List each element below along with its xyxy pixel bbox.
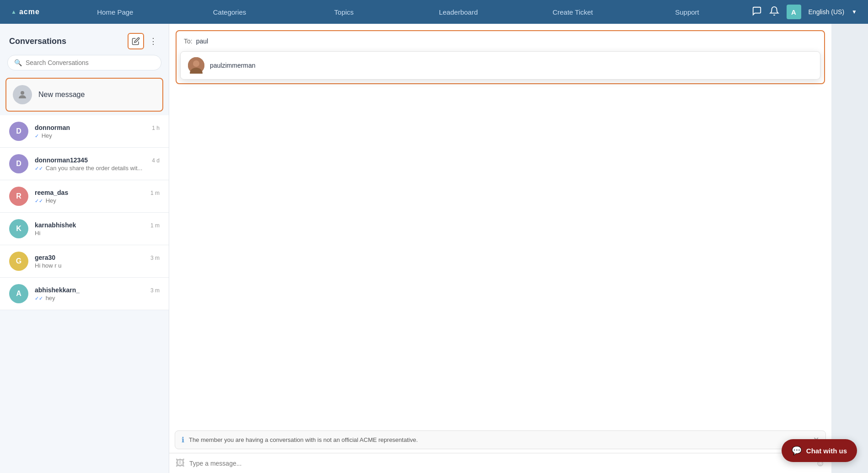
- conv-time: 3 m: [150, 255, 160, 261]
- chat-panel: To: paulzimmerman: [169, 24, 831, 473]
- conv-content: karnabhishek 1 m Hi: [35, 221, 160, 236]
- nav-links: Home Page Categories Topics Leaderboard …: [65, 8, 737, 16]
- conv-time: 1 h: [152, 125, 160, 131]
- conv-content: reema_das 1 m ✓✓ Hey: [35, 189, 160, 204]
- conv-name: gera30: [35, 254, 55, 261]
- list-item[interactable]: D donnorman 1 h ✓ Hey: [0, 115, 169, 148]
- sidebar-header: Conversations ⋮: [0, 24, 169, 55]
- warning-text: The member you are having a conversation…: [189, 436, 809, 443]
- message-input[interactable]: [189, 460, 811, 467]
- nav-categories[interactable]: Categories: [180, 8, 279, 16]
- language-selector[interactable]: English (US): [809, 8, 845, 16]
- new-message-item[interactable]: New message: [5, 78, 163, 112]
- to-label: To:: [184, 38, 193, 45]
- warning-bar: ℹ The member you are having a conversati…: [175, 430, 826, 449]
- recipient-dropdown: paulzimmerman: [180, 51, 820, 80]
- sidebar-title: Conversations: [9, 37, 66, 46]
- dropdown-user-name: paulzimmerman: [210, 62, 256, 69]
- conv-name: abhishekkarn_: [35, 286, 80, 294]
- to-field-container: To: paulzimmerman: [176, 30, 825, 84]
- conv-name: donnorman12345: [35, 156, 88, 164]
- check-icon: ✓✓: [35, 296, 43, 301]
- logo[interactable]: ▲ acme: [11, 8, 40, 16]
- avatar: D: [9, 122, 28, 141]
- conv-time: 3 m: [150, 287, 160, 294]
- chat-area: [169, 84, 831, 427]
- avatar: A: [9, 284, 28, 303]
- search-icon: 🔍: [14, 59, 22, 66]
- conv-time: 1 m: [150, 222, 160, 229]
- check-icon: ✓: [35, 133, 39, 139]
- conv-preview: ✓✓ hey: [35, 295, 160, 301]
- conv-time: 1 m: [150, 190, 160, 196]
- more-options-button[interactable]: ⋮: [147, 35, 160, 48]
- logo-text: acme: [19, 8, 40, 16]
- svg-point-2: [193, 60, 199, 67]
- conv-name: karnabhishek: [35, 221, 76, 229]
- nav-support[interactable]: Support: [637, 8, 737, 16]
- list-item[interactable]: D donnorman12345 4 d ✓✓ Can you share th…: [0, 148, 169, 180]
- avatar: G: [9, 252, 28, 271]
- right-sidebar: [831, 24, 868, 473]
- paulzimmerman-avatar: [188, 57, 204, 74]
- check-icon: ✓✓: [35, 166, 43, 171]
- check-icon: ✓✓: [35, 198, 43, 204]
- avatar: R: [9, 187, 28, 206]
- conv-content: gera30 3 m Hi how r u: [35, 254, 160, 269]
- conv-preview: Hi: [35, 230, 160, 236]
- nav-leaderboard[interactable]: Leaderboard: [408, 8, 508, 16]
- compose-button[interactable]: [128, 33, 144, 49]
- message-input-area: 🖼 ☺: [169, 453, 831, 473]
- sidebar-actions: ⋮: [128, 33, 160, 49]
- conv-preview: ✓✓ Can you share the order details wit..…: [35, 165, 160, 172]
- list-item[interactable]: G gera30 3 m Hi how r u: [0, 245, 169, 278]
- to-field: To:: [177, 31, 824, 51]
- nav-create-ticket[interactable]: Create Ticket: [523, 8, 622, 16]
- chat-with-us-label: Chat with us: [806, 447, 847, 455]
- conv-name: donnorman: [35, 124, 70, 131]
- conversations-sidebar: Conversations ⋮ 🔍: [0, 24, 169, 473]
- user-avatar[interactable]: A: [787, 5, 801, 19]
- image-attach-icon[interactable]: 🖼: [176, 458, 185, 468]
- nav-topics[interactable]: Topics: [294, 8, 394, 16]
- svg-point-0: [21, 91, 24, 95]
- top-navigation: ▲ acme Home Page Categories Topics Leade…: [0, 0, 868, 24]
- conv-content: abhishekkarn_ 3 m ✓✓ hey: [35, 286, 160, 301]
- conv-name: reema_das: [35, 189, 68, 196]
- dropdown-item-paulzimmerman[interactable]: paulzimmerman: [181, 52, 820, 79]
- nav-home-page[interactable]: Home Page: [65, 8, 165, 16]
- nav-right-icons: A English (US) ▼: [752, 5, 857, 19]
- list-item[interactable]: R reema_das 1 m ✓✓ Hey: [0, 180, 169, 213]
- main-layout: Conversations ⋮ 🔍: [0, 24, 868, 473]
- search-input[interactable]: [26, 59, 155, 66]
- to-input[interactable]: [196, 38, 276, 45]
- new-msg-avatar: [13, 85, 32, 104]
- info-icon: ℹ: [182, 435, 184, 444]
- logo-caret: ▲: [11, 9, 16, 15]
- conv-preview: ✓✓ Hey: [35, 197, 160, 204]
- conv-preview: ✓ Hey: [35, 132, 160, 139]
- conv-preview: Hi how r u: [35, 262, 160, 269]
- notification-icon[interactable]: [769, 6, 779, 18]
- lang-chevron-icon[interactable]: ▼: [852, 9, 857, 15]
- conv-time: 4 d: [152, 157, 160, 164]
- conv-content: donnorman 1 h ✓ Hey: [35, 124, 160, 139]
- list-item[interactable]: A abhishekkarn_ 3 m ✓✓ hey: [0, 278, 169, 310]
- search-box: 🔍: [7, 55, 161, 70]
- chat-with-us-button[interactable]: 💬 Chat with us: [782, 439, 857, 462]
- chat-icon[interactable]: [752, 6, 762, 18]
- avatar: D: [9, 154, 28, 173]
- conversation-list: D donnorman 1 h ✓ Hey D donn: [0, 115, 169, 473]
- new-message-label: New message: [38, 91, 85, 99]
- chat-bubble-icon: 💬: [792, 446, 802, 456]
- list-item[interactable]: K karnabhishek 1 m Hi: [0, 213, 169, 245]
- conv-content: donnorman12345 4 d ✓✓ Can you share the …: [35, 156, 160, 172]
- search-wrap: 🔍: [0, 55, 169, 76]
- avatar: K: [9, 219, 28, 238]
